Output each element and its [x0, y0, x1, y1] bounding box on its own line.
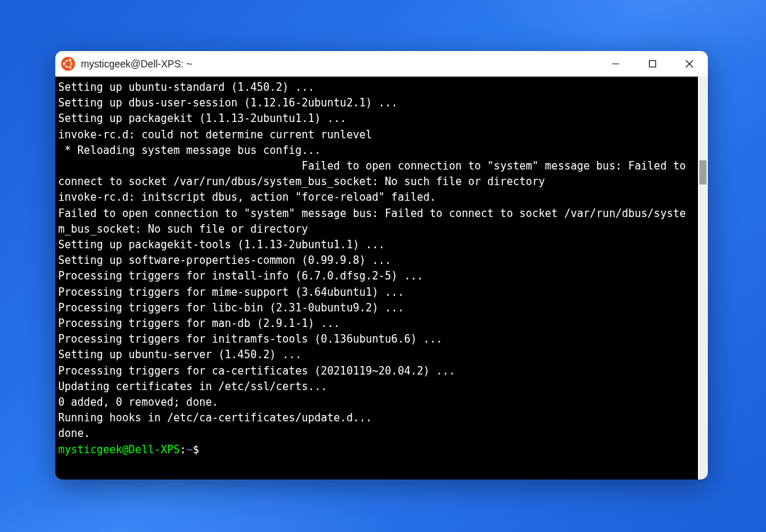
terminal-area: Setting up ubuntu-standard (1.450.2) ...… — [55, 77, 708, 480]
prompt-colon: : — [180, 443, 187, 456]
window-title: mysticgeek@Dell-XPS: ~ — [81, 58, 597, 70]
svg-point-2 — [69, 59, 72, 62]
titlebar[interactable]: mysticgeek@Dell-XPS: ~ — [55, 51, 708, 77]
prompt-path: ~ — [187, 443, 193, 456]
prompt-user-host: mysticgeek@Dell-XPS — [58, 443, 180, 456]
close-button[interactable] — [671, 51, 708, 77]
window-controls — [597, 51, 708, 77]
ubuntu-icon — [61, 57, 75, 71]
minimize-button[interactable] — [597, 51, 634, 77]
terminal-window: mysticgeek@Dell-XPS: ~ Setting up ubuntu… — [55, 51, 708, 480]
maximize-button[interactable] — [634, 51, 671, 77]
terminal-output[interactable]: Setting up ubuntu-standard (1.450.2) ...… — [55, 77, 698, 480]
svg-rect-5 — [650, 61, 656, 67]
shell-prompt[interactable]: mysticgeek@Dell-XPS:~$ — [58, 442, 692, 458]
prompt-suffix: $ — [193, 443, 206, 456]
scrollbar-thumb[interactable] — [699, 160, 706, 184]
svg-point-1 — [63, 62, 66, 65]
svg-point-3 — [69, 66, 72, 69]
scrollbar-track[interactable] — [698, 77, 708, 480]
